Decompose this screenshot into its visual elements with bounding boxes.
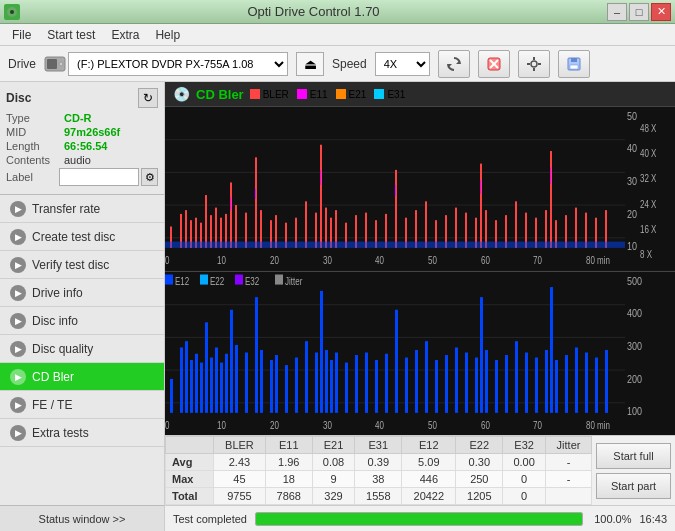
svg-rect-173	[485, 349, 488, 412]
chart-bottom-svg: 500 400 300 200 100 0 10 20 30 40 50 60 …	[165, 272, 675, 436]
cell-avg-e32: 0.00	[503, 454, 546, 471]
svg-rect-152	[305, 341, 308, 413]
svg-rect-65	[320, 145, 322, 248]
sidebar-item-disc-info-label: Disc info	[32, 314, 78, 328]
legend-e31-dot	[374, 89, 384, 99]
status-time: 16:43	[639, 513, 667, 525]
svg-rect-156	[330, 360, 333, 413]
sidebar-item-disc-info[interactable]: ▶ Disc info	[0, 307, 164, 335]
start-part-button[interactable]: Start part	[596, 473, 671, 499]
transfer-rate-icon: ▶	[10, 201, 26, 217]
main-area: Disc ↻ Type CD-R MID 97m26s66f Length 66…	[0, 82, 675, 531]
disc-panel: Disc ↻ Type CD-R MID 97m26s66f Length 66…	[0, 82, 164, 195]
legend-bler-label: BLER	[263, 89, 289, 100]
cell-total-e21: 329	[312, 488, 355, 505]
col-header-e32: E32	[503, 437, 546, 454]
legend-e21-dot	[336, 89, 346, 99]
svg-text:40 X: 40 X	[640, 148, 656, 159]
svg-text:80 min: 80 min	[586, 420, 610, 431]
sidebar-item-fe-te[interactable]: ▶ FE / TE	[0, 391, 164, 419]
cell-total-e11: 7868	[265, 488, 312, 505]
svg-text:E32: E32	[245, 275, 259, 286]
refresh-speed-button[interactable]	[438, 50, 470, 78]
cell-avg-e11: 1.96	[265, 454, 312, 471]
legend-bler: BLER	[250, 89, 289, 100]
sidebar-item-disc-quality[interactable]: ▶ Disc quality	[0, 335, 164, 363]
eject-button[interactable]: ⏏	[296, 52, 324, 76]
chart-title: CD Bler	[196, 87, 244, 102]
speed-select[interactable]: 1X2X4X8X12X16XMAX	[375, 52, 430, 76]
table-row-avg: Avg 2.43 1.96 0.08 0.39 5.09 0.30 0.00 -	[166, 454, 592, 471]
svg-rect-139	[210, 357, 213, 412]
disc-label-input[interactable]	[59, 168, 139, 186]
table-area: BLER E11 E21 E31 E12 E22 E32 Jitter Avg	[165, 435, 675, 505]
legend-e21-label: E21	[349, 89, 367, 100]
svg-rect-153	[315, 352, 318, 412]
save-button[interactable]	[558, 50, 590, 78]
svg-rect-158	[345, 362, 348, 412]
chart-top-svg: 50 40 30 20 10 0 10 20 30 40 50 60 70	[165, 107, 675, 271]
status-window-button[interactable]: Status window >>	[0, 505, 164, 531]
cell-total-bler: 9755	[213, 488, 265, 505]
menu-extra[interactable]: Extra	[103, 26, 147, 44]
svg-rect-54	[230, 182, 232, 247]
svg-rect-181	[555, 360, 558, 413]
close-button[interactable]: ✕	[651, 3, 671, 21]
svg-rect-155	[325, 349, 328, 412]
legend-e11-label: E11	[310, 89, 328, 100]
disc-refresh-button[interactable]: ↻	[138, 88, 158, 108]
svg-rect-149	[275, 355, 278, 413]
disc-length-label: Length	[6, 140, 64, 152]
svg-rect-57	[255, 157, 257, 248]
svg-rect-130	[275, 274, 283, 284]
disc-mid-label: MID	[6, 126, 64, 138]
label-gear-button[interactable]: ⚙	[141, 168, 158, 186]
charts-wrapper: 50 40 30 20 10 0 10 20 30 40 50 60 70	[165, 107, 675, 435]
svg-point-10	[531, 61, 537, 67]
svg-text:20: 20	[270, 420, 279, 431]
svg-text:30: 30	[627, 175, 637, 187]
start-full-button[interactable]: Start full	[596, 443, 671, 469]
sidebar-item-drive-info[interactable]: ▶ Drive info	[0, 279, 164, 307]
sidebar-item-extra-tests[interactable]: ▶ Extra tests	[0, 419, 164, 447]
svg-rect-147	[260, 349, 263, 412]
menu-help[interactable]: Help	[147, 26, 188, 44]
settings-button[interactable]	[518, 50, 550, 78]
sidebar-item-create-test-disc[interactable]: ▶ Create test disc	[0, 223, 164, 251]
svg-rect-98	[230, 198, 231, 211]
svg-text:40: 40	[375, 255, 384, 266]
cell-max-e32: 0	[503, 471, 546, 488]
svg-rect-104	[165, 242, 625, 248]
svg-text:16 X: 16 X	[640, 224, 656, 235]
erase-button[interactable]	[478, 50, 510, 78]
svg-rect-63	[305, 201, 307, 248]
svg-text:E22: E22	[210, 275, 224, 286]
status-text: Test completed	[173, 513, 247, 525]
svg-rect-174	[495, 360, 498, 413]
drive-select[interactable]: (F:) PLEXTOR DVDR PX-755A 1.08	[68, 52, 288, 76]
svg-rect-157	[335, 352, 338, 412]
sidebar-item-transfer-rate-label: Transfer rate	[32, 202, 100, 216]
disc-contents-label: Contents	[6, 154, 64, 166]
svg-text:30: 30	[323, 255, 332, 266]
menu-file[interactable]: File	[4, 26, 39, 44]
cell-total-e22: 1205	[456, 488, 503, 505]
sidebar-item-verify-test-disc[interactable]: ▶ Verify test disc	[0, 251, 164, 279]
svg-rect-171	[475, 357, 478, 412]
minimize-button[interactable]: –	[607, 3, 627, 21]
drive-info-icon: ▶	[10, 285, 26, 301]
col-header-e21: E21	[312, 437, 355, 454]
maximize-button[interactable]: □	[629, 3, 649, 21]
cell-max-e12: 446	[402, 471, 456, 488]
sidebar-item-fe-te-label: FE / TE	[32, 398, 72, 412]
window-controls: – □ ✕	[607, 3, 671, 21]
svg-rect-148	[270, 360, 273, 413]
menu-start-test[interactable]: Start test	[39, 26, 103, 44]
sidebar-item-transfer-rate[interactable]: ▶ Transfer rate	[0, 195, 164, 223]
svg-rect-138	[205, 322, 208, 413]
sidebar: Disc ↻ Type CD-R MID 97m26s66f Length 66…	[0, 82, 165, 531]
sidebar-item-cd-bler[interactable]: ▶ CD Bler	[0, 363, 164, 391]
svg-point-4	[59, 62, 63, 66]
top-legend: BLER E11 E21 E31	[250, 89, 406, 100]
disc-contents-value: audio	[64, 154, 91, 166]
